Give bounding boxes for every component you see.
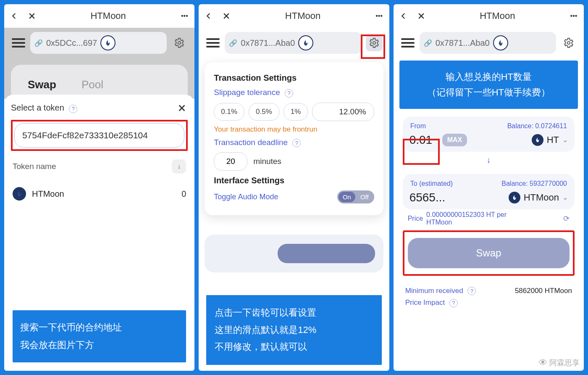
help-icon[interactable]: ? <box>292 139 301 147</box>
more-icon[interactable]: ••• <box>178 10 190 22</box>
price-value: 0.00000000152303 HT per HTMoon <box>426 211 527 226</box>
tab-swap[interactable]: Swap <box>28 75 56 95</box>
wallet-address: 0x7871...Aba0 <box>436 38 490 48</box>
from-balance: Balance: 0.0724611 <box>507 122 567 130</box>
settings-icon[interactable] <box>171 34 188 51</box>
interface-settings-title: Interface Settings <box>214 176 374 185</box>
settings-panel: Transaction Settings Slippage tolerance … <box>205 62 383 215</box>
slippage-option-1[interactable]: 0.1% <box>214 103 244 121</box>
swap-pool-tabs: Swap Pool <box>11 65 188 95</box>
svg-point-2 <box>178 42 181 45</box>
highlight-search-box <box>11 120 188 151</box>
token-balance: 0 <box>181 189 186 199</box>
address-pill[interactable]: 🔗 0x5DCc...697 <box>30 32 167 54</box>
screen-1: HTMoon ••• 🔗 0x5DCc...697 Swap Pool Sele… <box>4 4 194 371</box>
deadline-input[interactable] <box>214 152 247 171</box>
htmoon-icon <box>509 192 520 203</box>
address-pill[interactable]: 🔗 0x7871...Aba0 <box>420 32 556 54</box>
frontrun-warning: Your transaction may be frontrun <box>214 125 374 134</box>
background-button <box>278 244 375 263</box>
address-pill[interactable]: 🔗 0x7871...Aba0 <box>225 32 361 54</box>
from-label: From <box>410 122 426 130</box>
window-topbar: HTMoon ••• <box>199 4 389 28</box>
back-icon[interactable] <box>203 10 215 22</box>
highlight-gear-box <box>361 34 385 59</box>
refresh-icon[interactable]: ⟳ <box>563 214 570 223</box>
select-token-sheet: Select a token ? Token name ↓ HTMoon 0 搜… <box>4 95 194 371</box>
token-name-header: Token name ↓ <box>11 153 188 180</box>
price-impact-label: Price Impact ? <box>405 298 458 307</box>
sort-icon[interactable]: ↓ <box>172 159 186 174</box>
audio-toggle[interactable]: On Off <box>337 190 374 203</box>
slippage-option-3[interactable]: 1% <box>284 103 308 121</box>
settings-icon[interactable] <box>560 34 577 51</box>
window-topbar: HTMoon ••• <box>4 4 194 28</box>
slippage-option-2[interactable]: 0.5% <box>249 103 279 121</box>
to-token-selector[interactable]: HTMoon ⌄ <box>509 192 568 203</box>
max-button[interactable]: MAX <box>442 134 467 146</box>
app-toolbar: 🔗 0x7871...Aba0 <box>394 28 584 58</box>
sheet-title: Select a token ? <box>11 103 77 113</box>
back-icon[interactable] <box>398 10 410 22</box>
link-icon: 🔗 <box>229 39 237 47</box>
svg-point-10 <box>567 42 570 45</box>
screen-3: HTMoon ••• 🔗 0x7871...Aba0 输入想兑换的HT数量 （记… <box>394 4 584 371</box>
close-icon[interactable] <box>26 10 38 22</box>
sheet-close-icon[interactable] <box>176 102 188 114</box>
window-title: HTMoon <box>38 11 178 21</box>
help-icon[interactable]: ? <box>467 287 476 295</box>
transaction-settings-title: Transaction Settings <box>214 73 374 83</box>
back-icon[interactable] <box>8 10 20 22</box>
to-balance: Balance: 5932770000 <box>501 180 567 188</box>
more-icon[interactable]: ••• <box>373 10 385 22</box>
from-token-selector[interactable]: HT ⌄ <box>532 134 568 146</box>
slippage-custom-input[interactable] <box>312 103 374 121</box>
swap-body: 输入想兑换的HT数量 （记得留下一些HT做手续费） From Balance: … <box>394 58 584 371</box>
close-icon[interactable] <box>415 10 427 22</box>
token-name: HTMoon <box>32 189 176 199</box>
annotation-callout: 点击一下齿轮可以看设置 这里的滑点默认就是12% 不用修改，默认就可以 <box>206 295 381 365</box>
chevron-down-icon: ⌄ <box>562 136 568 144</box>
swap-button[interactable]: Swap <box>408 238 570 268</box>
deadline-label: Transaction deadline ? <box>214 138 374 148</box>
token-list-item[interactable]: HTMoon 0 <box>11 180 188 208</box>
to-label: To (estimated) <box>410 180 453 188</box>
tab-pool[interactable]: Pool <box>81 75 103 95</box>
background-card <box>205 235 383 272</box>
token-search-input[interactable] <box>14 123 184 148</box>
menu-icon[interactable] <box>400 37 415 49</box>
app-toolbar: 🔗 0x5DCc...697 <box>4 28 194 58</box>
weibo-watermark: 👁 阿霖思享 <box>538 357 580 368</box>
link-icon: 🔗 <box>34 39 43 47</box>
annotation-callout: 搜索一下代币的合约地址 我会放在图片下方 <box>13 310 186 362</box>
wallet-address: 0x7871...Aba0 <box>241 38 295 48</box>
link-icon: 🔗 <box>424 39 432 47</box>
price-label: Price <box>408 215 423 222</box>
min-received-value: 5862000 HTMoon <box>515 287 572 295</box>
screen-2: HTMoon ••• 🔗 0x7871...Aba0 Transaction S… <box>199 4 389 371</box>
slippage-label: Slippage tolerance ? <box>214 88 374 98</box>
huobi-icon <box>298 35 313 50</box>
to-panel: To (estimated) Balance: 5932770000 6565.… <box>403 174 575 209</box>
min-received-label: Minimum received ? <box>405 287 476 296</box>
token-name-label: Token name <box>13 162 56 171</box>
swap-footer: Minimum received ? 5862000 HTMoon Price … <box>399 283 578 312</box>
help-icon[interactable]: ? <box>285 89 293 98</box>
help-icon[interactable]: ? <box>449 299 458 307</box>
swap-card: From Balance: 0.0724611 0.01 MAX HT ⌄ ↓ <box>399 110 578 283</box>
menu-icon[interactable] <box>11 37 26 49</box>
help-icon[interactable]: ? <box>69 105 77 113</box>
price-row: Price 0.00000000152303 HT per HTMoon ⟳ <box>403 209 575 228</box>
close-icon[interactable] <box>220 10 232 22</box>
huobi-icon <box>100 35 116 50</box>
huobi-icon <box>493 35 508 50</box>
menu-icon[interactable] <box>205 37 220 49</box>
ht-icon <box>532 134 543 146</box>
annotation-banner: 输入想兑换的HT数量 （记得留下一些HT做手续费） <box>399 61 578 109</box>
highlight-swap-box: Swap <box>403 230 575 276</box>
audio-mode-label: Toggle Audio Mode <box>214 193 278 201</box>
more-icon[interactable]: ••• <box>568 10 580 22</box>
window-title: HTMoon <box>427 11 568 21</box>
to-amount[interactable]: 6565... <box>410 191 505 204</box>
wallet-address: 0x5DCc...697 <box>46 38 97 48</box>
